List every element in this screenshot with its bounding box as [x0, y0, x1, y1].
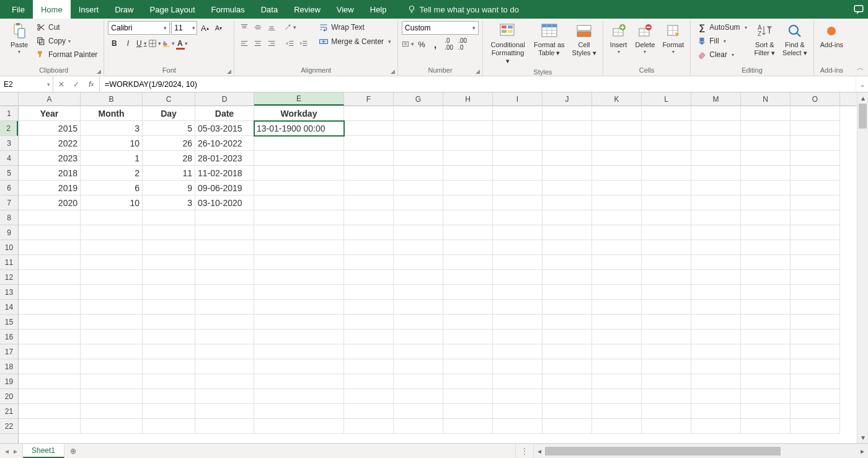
cell[interactable]	[592, 344, 642, 359]
cell[interactable]	[642, 419, 691, 434]
cell[interactable]	[344, 270, 394, 285]
tab-help[interactable]: Help	[362, 0, 395, 19]
cell[interactable]	[691, 240, 741, 255]
cell[interactable]	[443, 315, 493, 330]
cell[interactable]	[642, 166, 691, 181]
cell[interactable]	[741, 240, 790, 255]
cell[interactable]	[691, 285, 741, 300]
scroll-thumb[interactable]	[545, 447, 781, 456]
cell[interactable]	[592, 225, 642, 240]
cell[interactable]	[195, 225, 254, 240]
align-middle-button[interactable]	[252, 21, 264, 34]
cell[interactable]	[790, 195, 840, 210]
row-header[interactable]: 8	[0, 210, 18, 225]
cell[interactable]	[394, 300, 443, 315]
cell[interactable]	[344, 151, 394, 166]
fill-color-button[interactable]	[162, 37, 175, 50]
cell[interactable]	[344, 181, 394, 195]
cell[interactable]	[691, 344, 741, 359]
bold-button[interactable]: B	[108, 37, 120, 50]
row-header[interactable]: 17	[0, 344, 18, 359]
cell[interactable]: Workday	[254, 106, 344, 121]
cell[interactable]	[143, 344, 195, 359]
cell[interactable]	[691, 374, 741, 389]
column-header[interactable]: J	[542, 92, 592, 106]
row-header[interactable]: 10	[0, 240, 18, 255]
align-right-button[interactable]	[265, 37, 278, 50]
cell[interactable]	[790, 315, 840, 330]
cell[interactable]	[81, 210, 143, 225]
column-header[interactable]: C	[143, 92, 195, 106]
cell[interactable]: 26	[143, 136, 195, 151]
cell[interactable]	[790, 255, 840, 270]
cell[interactable]	[81, 419, 143, 434]
cell[interactable]	[143, 240, 195, 255]
cell[interactable]	[542, 344, 592, 359]
cell[interactable]	[691, 166, 741, 181]
cell[interactable]	[254, 151, 344, 166]
cell[interactable]	[19, 374, 81, 389]
name-box-input[interactable]	[0, 80, 45, 89]
cell[interactable]: 03-10-2020	[195, 195, 254, 210]
cell[interactable]	[790, 151, 840, 166]
cell[interactable]: 6	[81, 181, 143, 195]
cell[interactable]	[81, 315, 143, 330]
dialog-launcher-icon[interactable]: ◢	[97, 68, 101, 74]
cell[interactable]	[741, 151, 790, 166]
cell[interactable]	[19, 210, 81, 225]
cell[interactable]	[790, 389, 840, 404]
cell-styles-button[interactable]: CellStyles ▾	[570, 21, 599, 58]
cell[interactable]	[443, 225, 493, 240]
cell[interactable]: 10	[81, 136, 143, 151]
cell[interactable]	[254, 330, 344, 344]
cell[interactable]	[394, 121, 443, 136]
cell[interactable]	[19, 300, 81, 315]
cell[interactable]	[19, 344, 81, 359]
cell[interactable]	[542, 315, 592, 330]
cell[interactable]	[493, 330, 542, 344]
cell[interactable]	[741, 136, 790, 151]
cell[interactable]: 10	[81, 195, 143, 210]
cell[interactable]	[790, 359, 840, 374]
cell[interactable]	[691, 270, 741, 285]
cell[interactable]	[344, 210, 394, 225]
cell[interactable]	[394, 374, 443, 389]
cell[interactable]	[254, 270, 344, 285]
cell[interactable]	[344, 166, 394, 181]
cell[interactable]	[81, 300, 143, 315]
chevron-down-icon[interactable]: ▾	[161, 25, 170, 31]
cell[interactable]	[254, 166, 344, 181]
cell[interactable]	[542, 419, 592, 434]
cancel-formula-button[interactable]: ✕	[56, 78, 67, 91]
cell[interactable]	[691, 210, 741, 225]
cell[interactable]	[254, 344, 344, 359]
cell[interactable]	[81, 404, 143, 419]
cell[interactable]	[493, 181, 542, 195]
cell[interactable]	[592, 210, 642, 225]
fill-button[interactable]: Fill▾	[694, 35, 749, 47]
indent-decrease-button[interactable]	[284, 37, 296, 50]
cell[interactable]	[143, 315, 195, 330]
merge-center-button[interactable]: Merge & Center	[316, 35, 394, 48]
cell[interactable]	[344, 359, 394, 374]
cell[interactable]	[642, 255, 691, 270]
cell[interactable]	[790, 300, 840, 315]
align-left-button[interactable]	[238, 37, 250, 50]
cell[interactable]	[542, 285, 592, 300]
cell[interactable]: Day	[143, 106, 195, 121]
collapse-ribbon-button[interactable]: ︿	[857, 63, 864, 73]
cell[interactable]	[542, 136, 592, 151]
cell[interactable]	[790, 181, 840, 195]
tab-review[interactable]: Review	[286, 0, 329, 19]
cell[interactable]: 2	[81, 166, 143, 181]
cell[interactable]	[443, 136, 493, 151]
cell[interactable]: 1	[81, 151, 143, 166]
cell[interactable]	[493, 166, 542, 181]
cell[interactable]: 2018	[19, 166, 81, 181]
cell[interactable]	[493, 151, 542, 166]
cell[interactable]	[592, 404, 642, 419]
cell[interactable]	[443, 419, 493, 434]
tab-view[interactable]: View	[329, 0, 362, 19]
cell[interactable]	[691, 181, 741, 195]
cell[interactable]	[592, 419, 642, 434]
